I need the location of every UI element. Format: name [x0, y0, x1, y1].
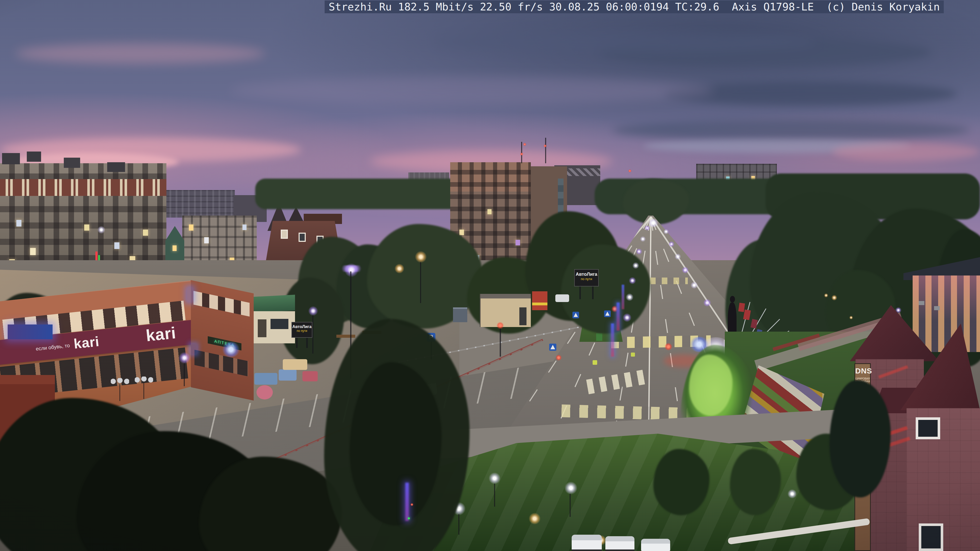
avenue-lamp	[629, 277, 636, 284]
caption-site: Strezhi.Ru	[329, 0, 392, 13]
pedestrian-crossing-sign	[549, 344, 556, 351]
billboard-title: АвтоЛига	[292, 324, 312, 329]
lit-window	[515, 240, 520, 245]
lamp-pole	[494, 484, 495, 507]
billboard-autoliga-avenue: АвтоЛига по пути	[574, 269, 599, 286]
lit-window	[84, 224, 89, 230]
dormer-window	[299, 233, 306, 242]
park-lamp	[850, 316, 853, 319]
caption-copyright: (c) Denis Koryakin	[826, 0, 940, 13]
parked-car-white	[605, 536, 635, 551]
billboard-sub: по пути	[575, 277, 598, 281]
lit-window	[487, 209, 492, 214]
rooftop-box	[107, 162, 125, 172]
traffic-light-red	[555, 354, 562, 361]
caption-camera-model: Axis Q1798-LE	[732, 0, 814, 13]
festive-led-pole	[622, 285, 624, 309]
globe-lamp	[788, 489, 797, 499]
vertical-sign-blue	[190, 344, 197, 354]
lamp-pole	[458, 514, 460, 535]
crossing-sign-glint	[631, 353, 635, 357]
lamp-pole	[420, 262, 421, 303]
avenue-lamp	[703, 299, 711, 306]
sign-triangle	[573, 313, 578, 318]
festive-led-pole	[617, 303, 620, 330]
crossing-sign-glint	[593, 360, 597, 365]
led-dot-green	[408, 517, 410, 519]
cloud-band	[230, 76, 714, 105]
lamp-pole	[570, 494, 571, 517]
antenna-beacon	[520, 152, 523, 156]
avenue-far-lights	[648, 219, 659, 227]
sign-triangle	[550, 345, 555, 350]
rooftop-box	[2, 153, 20, 164]
festive-led-pole	[611, 324, 614, 357]
caption-bitrate: 182.5 Mbit/s	[398, 0, 474, 13]
parked-car-white	[555, 294, 569, 302]
kari-logo-corner: kari	[145, 323, 177, 345]
far-apartment-row	[163, 190, 235, 218]
festive-led-streetpole	[405, 483, 409, 521]
avenue-lamp	[675, 254, 681, 260]
lower-windows	[194, 350, 248, 376]
lit-window	[143, 230, 148, 236]
bench	[336, 335, 355, 338]
avenue-lamp	[690, 282, 698, 289]
lamp-pole	[184, 363, 185, 386]
rooftop-box	[64, 158, 80, 168]
led-wing-lamp-glow	[345, 263, 358, 277]
forest-horizon	[623, 179, 689, 224]
lit-window	[16, 220, 21, 227]
parked-car-white	[572, 535, 602, 551]
billboard-leg	[296, 338, 298, 348]
shop-window	[270, 319, 288, 329]
street-lamp-glow	[395, 264, 404, 273]
decorative-letter-block	[255, 373, 277, 385]
globe-lamp-cluster-lit	[221, 342, 240, 357]
caption-framerate: 22.50 fr/s	[480, 0, 543, 13]
street-lamp-glow	[832, 295, 837, 300]
kari-slogan: если обувь, то	[35, 343, 70, 352]
globe-lamp	[565, 482, 577, 494]
traffic-light-red	[665, 343, 672, 351]
tower-window	[916, 417, 940, 439]
rooftop-box	[27, 151, 41, 162]
billboard-sub: по пути	[292, 329, 312, 333]
billboard-title: АвтоЛига	[575, 272, 598, 277]
avenue-lamp	[640, 236, 646, 242]
portable-booth	[453, 307, 467, 322]
roof-antenna-mast	[545, 138, 546, 163]
avenue-lamp	[623, 313, 632, 322]
lit-window	[242, 224, 247, 230]
lit-window	[115, 242, 119, 249]
webcam-frame: 3+1 если обувь, то kari kari АПТЕКА	[0, 0, 980, 551]
led-dot	[410, 503, 414, 506]
corner-lamp-glow	[179, 352, 190, 364]
lit-window	[189, 224, 193, 230]
cloud-band	[434, 30, 817, 54]
sunset-band	[832, 143, 980, 161]
ac-unit	[919, 301, 924, 305]
vertical-sign-blue	[187, 288, 192, 302]
sunset-cloud	[15, 43, 266, 64]
webcam-caption-bar: Strezhi.Ru 182.5 Mbit/s 22.50 fr/s 30.08…	[325, 0, 944, 13]
parked-car-white	[641, 539, 670, 551]
street-lamp-glow	[415, 251, 427, 263]
avenue-lamp	[682, 267, 689, 273]
billboard-leg	[592, 286, 593, 299]
globe-lamp-cluster	[135, 376, 153, 383]
kiosk-door	[519, 307, 527, 325]
billboard-leg	[306, 338, 308, 348]
pedestrian-crossing-sign	[573, 312, 579, 318]
kari-building-right-face: АПТЕКА	[191, 280, 254, 400]
small-flag	[738, 303, 745, 312]
billboard-autoliga-plaza: АвтоЛига по пути	[291, 322, 312, 338]
avenue-lamp	[645, 225, 650, 230]
tower-window	[919, 524, 943, 551]
pedestrian-crossing-sign	[604, 310, 611, 317]
park-lamp	[824, 293, 828, 297]
dns-line: ЦИФРОВАЯ	[855, 377, 870, 380]
lit-window	[204, 237, 209, 243]
balcony-star-light	[97, 226, 105, 233]
tower-beacon	[628, 169, 632, 172]
